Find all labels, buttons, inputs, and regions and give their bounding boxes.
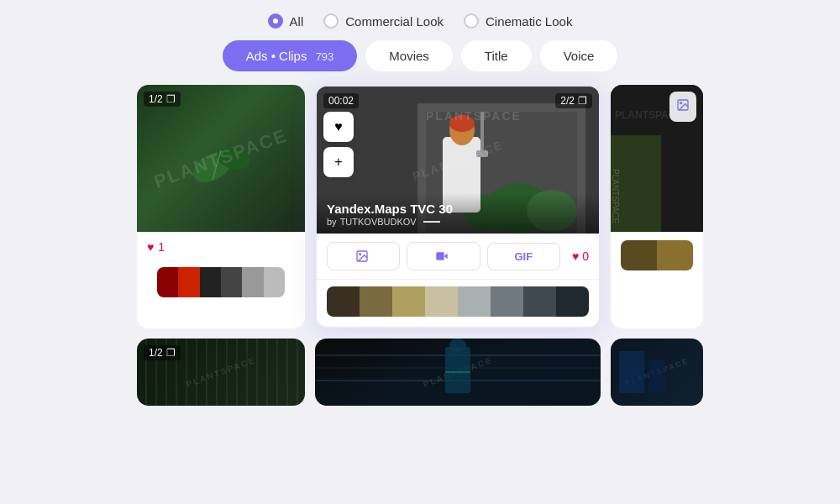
badge-page-center: 2/2 ❐ (555, 93, 592, 108)
filter-all[interactable]: All (268, 13, 304, 29)
cswatch-1 (327, 286, 360, 317)
svg-rect-32 (648, 360, 665, 393)
tab-ads-clips[interactable]: Ads • Clips 793 (223, 40, 358, 71)
cards-area: PLANTSPACE 1/2 ❐ ♥ 1 (0, 85, 840, 328)
svg-text:PLANTSPACE: PLANTSPACE (611, 169, 620, 224)
card-left: PLANTSPACE 1/2 ❐ ♥ 1 (137, 85, 305, 328)
bottom-card-left: 1/2 ❐ PLANTSPACE (137, 339, 305, 406)
author-line (423, 221, 440, 223)
format-image-btn[interactable] (327, 242, 400, 270)
right-bottom-scene (611, 339, 703, 406)
light-lines (315, 339, 601, 406)
bottom-card-center: PLANTSPACE (315, 339, 601, 406)
cswatch-7 (523, 286, 556, 317)
filter-commercial-label: Commercial Look (345, 14, 444, 29)
cswatch-8 (556, 286, 589, 317)
cswatch-3 (392, 286, 425, 317)
svg-point-16 (359, 254, 360, 255)
heart-icon-left: ♥ (147, 240, 154, 254)
leaf-decoration (187, 125, 255, 192)
swatch-1 (157, 267, 178, 297)
radio-cinematic (464, 13, 479, 29)
svg-text:PLANTSPACE: PLANTSPACE (426, 109, 522, 123)
card-title-overlay: Yandex.Maps TVC 30 by TUTKOVBUDKOV (317, 193, 599, 234)
tab-title[interactable]: Title (461, 40, 532, 71)
bottom-badge-left: 1/2 ❐ (144, 345, 181, 360)
format-gif-btn[interactable]: GIF (487, 243, 560, 270)
card-body-right (611, 232, 703, 279)
svg-rect-17 (436, 252, 444, 260)
palette-left (157, 267, 285, 297)
image-icon (355, 249, 369, 263)
svg-rect-28 (445, 347, 470, 393)
heart-icon-center: ♥ (572, 249, 579, 263)
svg-point-24 (680, 102, 682, 104)
copy-icon-center: ❐ (578, 95, 587, 107)
svg-rect-14 (476, 150, 488, 157)
swatch-2 (178, 267, 199, 297)
thumb-bg-left: PLANTSPACE (137, 85, 305, 232)
like-count-left: 1 (158, 240, 165, 254)
svg-marker-18 (444, 254, 448, 260)
heart-button[interactable]: ♥ (323, 112, 354, 142)
thumb-center: PLANTSPACE PLANTSPACE 00:02 2/2 ❐ ♥ + (317, 87, 599, 234)
card-title: Yandex.Maps TVC 30 (327, 202, 589, 216)
cswatch-6 (491, 286, 523, 317)
bottom-cards-row: 1/2 ❐ PLANTSPACE PLANTSPACE PLANTSPACE (117, 339, 723, 406)
card-right: PLANTSPACE PLANTSPACE (611, 85, 703, 328)
swatch-6 (264, 267, 285, 297)
svg-rect-31 (619, 351, 644, 393)
action-buttons: ♥ + (323, 112, 354, 177)
format-video-btn[interactable] (407, 242, 480, 270)
swatch-3 (200, 267, 221, 297)
badge-tl-left: 1/2 ❐ (144, 92, 181, 107)
tab-voice[interactable]: Voice (540, 40, 618, 71)
card-body-left: ♥ 1 (137, 232, 305, 316)
like-row-left: ♥ 1 (147, 240, 295, 254)
copy-icon-left: ❐ (166, 93, 176, 105)
palette-right (621, 240, 693, 270)
filter-commercial[interactable]: Commercial Look (323, 13, 444, 29)
add-button[interactable]: + (323, 147, 354, 177)
video-icon (435, 249, 449, 263)
cswatch-4 (425, 286, 458, 317)
card-center: PLANTSPACE PLANTSPACE 00:02 2/2 ❐ ♥ + (315, 85, 601, 328)
radio-commercial (323, 13, 339, 29)
rswatch-1 (621, 240, 657, 270)
cswatch-5 (458, 286, 491, 317)
like-count-center: ♥ 0 (567, 249, 589, 263)
rswatch-2 (657, 240, 693, 270)
radio-all (268, 13, 283, 29)
filter-cinematic[interactable]: Cinematic Look (464, 13, 572, 29)
bottom-card-right: PLANTSPACE (611, 339, 703, 406)
filter-cinematic-label: Cinematic Look (486, 14, 572, 29)
swatch-5 (242, 267, 263, 297)
copy-icon-bottom-left: ❐ (166, 347, 176, 359)
tab-movies[interactable]: Movies (365, 40, 453, 71)
svg-point-29 (449, 339, 466, 352)
filter-row: All Commercial Look Cinematic Look (268, 13, 573, 29)
format-row: GIF ♥ 0 (317, 234, 599, 280)
image-icon-right[interactable] (669, 92, 696, 122)
thumb-left: PLANTSPACE 1/2 ❐ (137, 85, 305, 232)
tab-row: Ads • Clips 793 Movies Title Voice (223, 40, 618, 71)
thumb-right: PLANTSPACE PLANTSPACE (611, 85, 703, 232)
badge-time-center: 00:02 (323, 93, 359, 108)
cswatch-2 (360, 286, 392, 317)
svg-rect-13 (480, 112, 484, 154)
card-author: by TUTKOVBUDKOV (327, 217, 589, 227)
palette-center (327, 286, 589, 317)
filter-all-label: All (290, 14, 304, 29)
swatch-4 (221, 267, 242, 297)
